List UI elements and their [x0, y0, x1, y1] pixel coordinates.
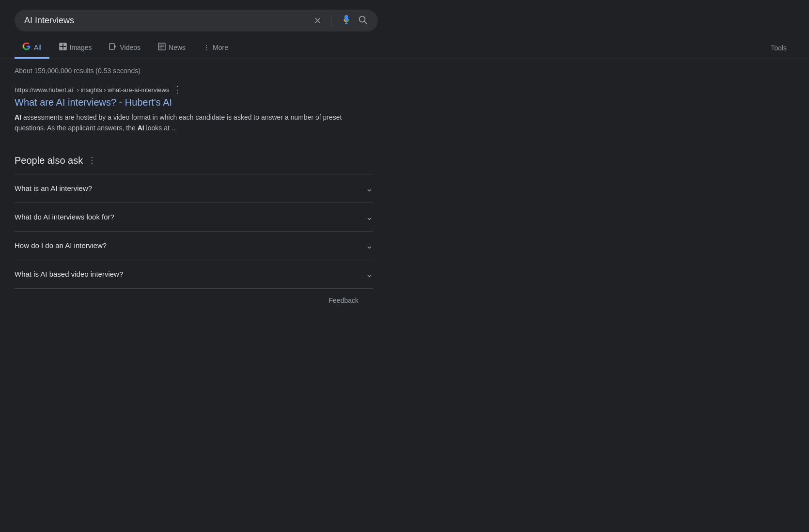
- result-breadcrumb: › insights › what-are-ai-interviews: [77, 86, 170, 94]
- paa-item-1[interactable]: What is an AI interview? ⌄: [15, 174, 373, 203]
- svg-marker-13: [114, 45, 116, 48]
- paa-header: People also ask ⋮: [15, 155, 373, 166]
- tab-more[interactable]: ⋮ More: [195, 39, 236, 58]
- nav-tabs: All Images Videos: [0, 31, 809, 59]
- videos-icon: [109, 43, 117, 52]
- microphone-icon[interactable]: [341, 15, 352, 27]
- svg-rect-9: [63, 43, 66, 46]
- tools-button[interactable]: Tools: [763, 39, 794, 57]
- tab-news-label: News: [169, 44, 186, 51]
- tab-news[interactable]: News: [150, 38, 193, 58]
- paa-question-3: How do I do an AI interview?: [15, 241, 107, 250]
- svg-line-5: [364, 21, 367, 24]
- tab-videos[interactable]: Videos: [101, 38, 148, 58]
- tools-label: Tools: [771, 44, 787, 52]
- search-result: https://www.hubert.ai › insights › what-…: [0, 80, 388, 138]
- svg-rect-11: [63, 47, 66, 50]
- search-bar: ✕: [15, 10, 378, 31]
- results-count: About 159,000,000 results (0.53 seconds): [0, 59, 809, 80]
- paa-options-icon[interactable]: ⋮: [88, 155, 96, 166]
- clear-icon[interactable]: ✕: [314, 16, 321, 26]
- tab-images-label: Images: [70, 44, 92, 51]
- paa-item-2[interactable]: What do AI interviews look for? ⌄: [15, 203, 373, 231]
- google-g-icon: [22, 42, 31, 52]
- paa-item-4[interactable]: What is AI based video interview? ⌄: [15, 260, 373, 288]
- paa-chevron-2: ⌄: [366, 212, 373, 222]
- svg-rect-12: [109, 44, 114, 49]
- tab-more-label: More: [213, 44, 228, 51]
- result-title[interactable]: What are AI interviews? - Hubert's AI: [15, 97, 373, 108]
- paa-question-2: What do AI interviews look for?: [15, 213, 114, 221]
- paa-item-3[interactable]: How do I do an AI interview? ⌄: [15, 231, 373, 260]
- people-also-ask-section: People also ask ⋮ What is an AI intervie…: [0, 155, 388, 312]
- paa-title: People also ask: [15, 155, 83, 166]
- svg-rect-10: [60, 47, 62, 50]
- search-input[interactable]: [24, 16, 308, 26]
- tab-videos-label: Videos: [120, 44, 140, 51]
- feedback-row: Feedback: [15, 288, 373, 312]
- tab-all-label: All: [34, 44, 42, 51]
- result-options-icon[interactable]: ⋮: [173, 84, 182, 95]
- paa-question-1: What is an AI interview?: [15, 184, 92, 192]
- tab-images[interactable]: Images: [51, 38, 100, 58]
- search-divider: [331, 15, 331, 27]
- svg-rect-1: [345, 15, 347, 19]
- images-icon: [59, 43, 67, 52]
- paa-chevron-1: ⌄: [366, 183, 373, 194]
- paa-chevron-4: ⌄: [366, 269, 373, 280]
- paa-chevron-3: ⌄: [366, 240, 373, 251]
- news-icon: [158, 43, 166, 52]
- result-snippet: AI assessments are hosted by a video for…: [15, 112, 373, 134]
- search-submit-icon[interactable]: [358, 15, 368, 27]
- more-dots-icon: ⋮: [203, 44, 210, 51]
- paa-question-4: What is AI based video interview?: [15, 270, 123, 278]
- result-url-row: https://www.hubert.ai › insights › what-…: [15, 84, 373, 95]
- search-bar-container: ✕: [0, 0, 809, 31]
- svg-rect-8: [60, 43, 62, 46]
- tab-all[interactable]: All: [15, 37, 49, 59]
- result-url: https://www.hubert.ai: [15, 86, 73, 94]
- feedback-link[interactable]: Feedback: [329, 297, 358, 304]
